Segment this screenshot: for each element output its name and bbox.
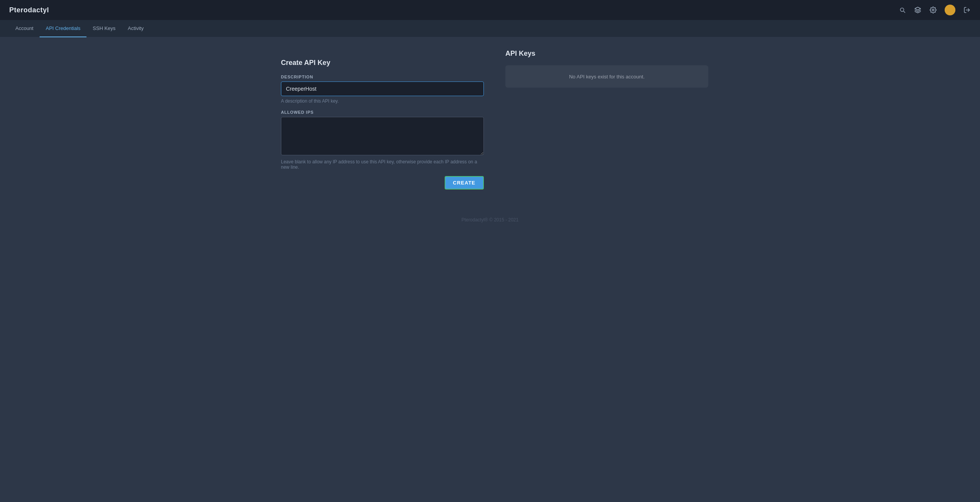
user-avatar[interactable] bbox=[945, 5, 955, 15]
description-input[interactable] bbox=[281, 81, 484, 96]
allowed-ips-hint: Leave blank to allow any IP address to u… bbox=[281, 159, 484, 170]
allowed-ips-label: ALLOWED IPS bbox=[281, 110, 484, 115]
search-icon[interactable] bbox=[899, 6, 906, 14]
allowed-ips-group: ALLOWED IPS Leave blank to allow any IP … bbox=[281, 110, 484, 170]
create-button[interactable]: CREATE bbox=[445, 176, 484, 189]
create-panel-title: Create API Key bbox=[281, 59, 484, 67]
no-keys-message: No API keys exist for this account. bbox=[569, 74, 645, 80]
create-api-key-panel: Create API Key DESCRIPTION A description… bbox=[272, 50, 493, 199]
settings-icon[interactable] bbox=[929, 6, 937, 14]
main-content: Create API Key DESCRIPTION A description… bbox=[259, 37, 721, 211]
tab-ssh-keys[interactable]: SSH Keys bbox=[86, 20, 121, 37]
top-navigation: Pterodactyl bbox=[0, 0, 980, 20]
tab-api-credentials[interactable]: API Credentials bbox=[40, 20, 86, 37]
form-actions: CREATE bbox=[281, 176, 484, 189]
logout-icon[interactable] bbox=[963, 6, 971, 14]
description-group: DESCRIPTION A description of this API ke… bbox=[281, 75, 484, 104]
nav-icons-group bbox=[899, 5, 971, 15]
allowed-ips-input[interactable] bbox=[281, 117, 484, 155]
api-keys-title: API Keys bbox=[505, 50, 708, 58]
tab-account[interactable]: Account bbox=[9, 20, 40, 37]
description-label: DESCRIPTION bbox=[281, 75, 484, 79]
tab-activity[interactable]: Activity bbox=[122, 20, 150, 37]
sub-navigation: Account API Credentials SSH Keys Activit… bbox=[0, 20, 980, 37]
svg-point-0 bbox=[932, 9, 934, 11]
no-keys-box: No API keys exist for this account. bbox=[505, 65, 708, 88]
app-logo: Pterodactyl bbox=[9, 6, 49, 14]
footer-text: Pterodactyl® © 2015 - 2021 bbox=[462, 217, 518, 223]
footer: Pterodactyl® © 2015 - 2021 bbox=[0, 211, 980, 229]
layers-icon[interactable] bbox=[914, 6, 922, 14]
description-hint: A description of this API key. bbox=[281, 98, 484, 104]
api-keys-panel: API Keys No API keys exist for this acco… bbox=[505, 50, 708, 199]
